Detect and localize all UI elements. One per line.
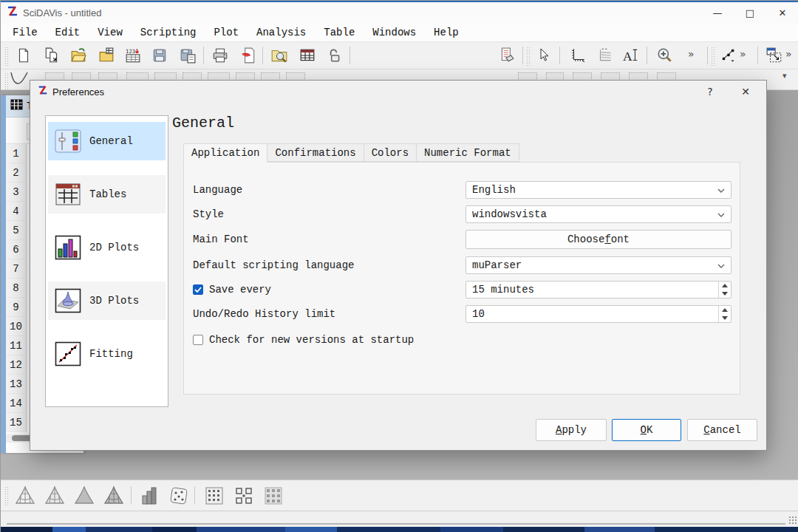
check-versions-row[interactable]: Check for new versions at startup (193, 331, 414, 349)
menu-windows[interactable]: Windows (364, 24, 425, 41)
toolbar-overflow-chevron[interactable]: ▾ (782, 71, 787, 81)
check-versions-label: Check for new versions at startup (209, 334, 414, 346)
ok-button[interactable]: OK (612, 419, 681, 441)
dialog-close-button[interactable]: ✕ (731, 81, 760, 103)
row-number[interactable]: 8 (6, 279, 26, 298)
3d-wireframe-polygons-icon[interactable] (100, 482, 128, 509)
toolbar-drag-handle[interactable] (711, 47, 715, 66)
row-number[interactable]: 12 (6, 355, 26, 375)
save-project-icon[interactable] (147, 44, 172, 66)
menu-table[interactable]: Table (315, 24, 364, 41)
draw-line-icon[interactable] (716, 44, 741, 66)
dialog-titlebar[interactable]: Preferences ? ✕ (30, 81, 766, 103)
tab-colors[interactable]: Colors (364, 143, 417, 162)
close-button[interactable]: ✕ (766, 2, 798, 23)
spin-down-button[interactable] (719, 314, 731, 322)
row-number[interactable]: 1 (6, 144, 26, 163)
toolbar-drag-handle[interactable] (4, 486, 8, 505)
toolbar-overflow-chevron[interactable]: » (785, 48, 792, 60)
3d-grayscale-map-icon[interactable] (259, 482, 287, 509)
new-project-icon[interactable] (11, 44, 36, 66)
add-text-icon[interactable]: A (618, 44, 644, 66)
row-number[interactable]: 11 (6, 336, 26, 355)
row-number[interactable]: 10 (6, 317, 26, 336)
dialog-help-button[interactable]: ? (695, 81, 725, 103)
spin-buttons (718, 306, 731, 322)
row-number[interactable]: 2 (6, 163, 26, 183)
menu-view[interactable]: View (89, 24, 132, 41)
new-table-icon[interactable] (295, 44, 320, 66)
category-general[interactable]: General (48, 122, 166, 160)
maximize-button[interactable]: □ (734, 2, 766, 23)
zoom-in-icon[interactable] (652, 44, 678, 66)
spin-down-button[interactable] (719, 290, 731, 298)
menu-file[interactable]: File (4, 24, 47, 41)
3d-contour-icon[interactable] (200, 482, 228, 509)
pointer-icon[interactable] (531, 44, 556, 66)
3d-color-map-icon[interactable] (230, 482, 258, 509)
cancel-button[interactable]: Cancel (687, 419, 757, 441)
minimize-button[interactable]: — (701, 2, 734, 23)
tab-label: Colors (372, 147, 409, 159)
choose-font-button[interactable]: Choose font (466, 230, 732, 249)
new-note-icon[interactable] (39, 44, 64, 66)
save-every-checkbox[interactable] (193, 284, 203, 295)
import-ascii-icon[interactable]: 123 (120, 44, 146, 66)
toolbar-overflow-chevron[interactable]: » (740, 48, 746, 60)
category-2d-plots[interactable]: 2D Plots (48, 228, 166, 267)
apply-button[interactable]: Apply (536, 419, 607, 441)
save-template-icon[interactable] (175, 44, 200, 66)
tab-confirmations[interactable]: Confirmations (267, 143, 364, 162)
toolbar-drag-handle[interactable] (526, 47, 530, 66)
screen-reader-icon[interactable] (762, 44, 787, 66)
category-tables[interactable]: Tables (48, 175, 166, 214)
open-project-icon[interactable] (66, 44, 91, 66)
print-icon[interactable] (208, 44, 233, 66)
new-function-plot-icon[interactable] (592, 44, 617, 66)
save-every-spinbox[interactable]: 15 minutes (466, 281, 732, 299)
3d-wireframe-icon[interactable] (11, 482, 39, 509)
row-number[interactable]: 6 (6, 240, 26, 259)
export-pdf-icon[interactable] (236, 44, 261, 66)
menu-plot[interactable]: Plot (205, 24, 248, 41)
edit-script-icon[interactable] (494, 44, 519, 66)
3d-polygons-icon[interactable] (70, 482, 98, 509)
row-number[interactable]: 7 (6, 259, 26, 279)
undo-limit-spinbox[interactable]: 10 (466, 305, 732, 323)
new-graph-icon[interactable] (565, 44, 590, 66)
toolbar-drag-handle[interactable] (4, 72, 8, 92)
3d-scatter-icon[interactable] (165, 482, 193, 509)
main-font-label: Main Font (193, 231, 249, 248)
menu-edit[interactable]: Edit (47, 24, 89, 41)
row-number[interactable]: 14 (6, 394, 26, 413)
spin-up-button[interactable] (719, 282, 731, 290)
style-select[interactable]: windowsvista (466, 205, 732, 223)
row-number[interactable]: 15 (6, 413, 26, 432)
row-number[interactable]: 4 (6, 202, 26, 221)
category-3d-plots[interactable]: 3D Plots (48, 282, 166, 320)
check-versions-checkbox[interactable] (193, 335, 203, 345)
spin-up-button[interactable] (719, 306, 731, 314)
menu-help[interactable]: Help (425, 24, 468, 41)
save-every-checkbox-row[interactable]: Save every (193, 281, 271, 299)
open-template-icon[interactable] (94, 44, 119, 66)
row-number[interactable]: 13 (6, 375, 26, 394)
3d-hidden-line-icon[interactable] (41, 482, 69, 509)
menu-scripting[interactable]: Scripting (132, 24, 205, 41)
tab-application[interactable]: Application (183, 143, 267, 163)
toolbar-drag-handle[interactable] (4, 47, 8, 66)
category-fitting[interactable]: Fitting (48, 335, 166, 373)
row-number[interactable]: 3 (6, 183, 26, 202)
row-number[interactable]: 5 (6, 221, 26, 240)
lock-icon[interactable] (321, 44, 347, 66)
tab-numeric-format[interactable]: Numeric Format (417, 143, 519, 162)
title-bar[interactable]: SciDAVis - untitled — □ ✕ (1, 2, 798, 23)
scripting-language-select[interactable]: muParser (466, 256, 732, 274)
menu-analysis[interactable]: Analysis (248, 24, 315, 41)
find-icon[interactable] (267, 44, 292, 66)
row-number[interactable]: 9 (6, 298, 26, 317)
toolbar-overflow-chevron[interactable]: » (688, 48, 695, 60)
language-select[interactable]: English (466, 181, 732, 199)
resize-grip[interactable] (788, 516, 797, 525)
3d-bars-icon[interactable] (135, 482, 163, 509)
